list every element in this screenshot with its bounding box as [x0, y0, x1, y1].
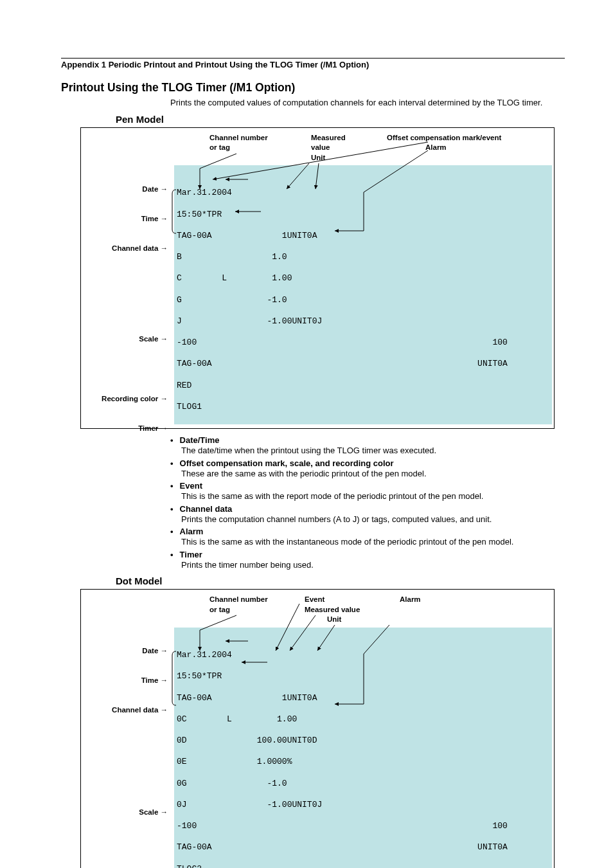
lbl-channel-number: Channel number — [209, 595, 293, 605]
lbl-measured-value: Measured value — [305, 605, 388, 615]
section-title: Printout Using the TLOG Timer (/M1 Optio… — [61, 81, 565, 95]
mono-l9: -100 100 — [177, 821, 508, 831]
lbl-date: Date → — [84, 185, 168, 195]
mono-l2: 15:50*TPR — [177, 210, 222, 219]
mono-l11: TLOG1 — [177, 402, 202, 411]
lbl-event: Event — [305, 595, 388, 605]
lbl-value: value — [311, 143, 362, 153]
note-term: Timer — [170, 550, 202, 559]
dot-diagram: Channel number or tag Event Measured val… — [80, 589, 555, 868]
lbl-alarm: Alarm — [400, 595, 451, 605]
mono-l11: TLOG2 — [177, 864, 202, 868]
note-def: This is the same as with the instantaneo… — [181, 536, 565, 548]
note-def: These are the same as with the periodic … — [181, 468, 565, 480]
lbl-unit: Unit — [327, 615, 388, 625]
note-def: Prints the timer number being used. — [181, 559, 565, 571]
lbl-time: Time → — [84, 214, 168, 225]
dot-mono-block: Date → Time → Channel data → Scale → Tim… — [174, 628, 552, 868]
section-intro: Prints the computed values of computatio… — [170, 97, 565, 109]
mono-l1: Mar.31.2004 — [177, 188, 232, 197]
mono-l7: 0G -1.0 — [177, 779, 287, 788]
lbl-date: Date → — [84, 646, 168, 657]
lbl-channel-data: Channel data → — [84, 244, 168, 255]
mono-l7: J -1.00UNIT0J — [177, 316, 322, 326]
mono-l4: B 1.0 — [177, 252, 287, 262]
lbl-scale: Scale → — [84, 334, 168, 345]
lbl-channel-number: Channel number — [209, 133, 299, 143]
note-def: This is the same as with the report mode… — [181, 491, 565, 502]
mono-l10: RED — [177, 381, 191, 390]
lbl-time: Time → — [84, 676, 168, 687]
lbl-alarm: Alarm — [425, 143, 535, 153]
header-rule — [61, 58, 565, 59]
lbl-scale: Scale → — [84, 808, 168, 818]
mono-l10: TAG-00A UNIT0A — [177, 842, 508, 852]
pen-diagram: Channel number or tag Measured value Uni… — [80, 127, 555, 429]
pen-notes: Date/TimeThe date/time when the printout… — [170, 435, 565, 570]
lbl-unit: Unit — [311, 153, 362, 163]
mono-l8: -100 100 — [177, 338, 508, 347]
lbl-or-tag: or tag — [209, 143, 299, 153]
mono-l3: TAG-00A 1UNIT0A — [177, 231, 317, 240]
mono-l2: 15:50*TPR — [177, 671, 222, 681]
note-term: Offset compensation mark, scale, and rec… — [170, 458, 394, 468]
lbl-timer: Timer → — [84, 424, 168, 435]
dot-heading: Dot Model — [116, 575, 565, 586]
pen-mono-block: Date → Time → Channel data → Scale → Rec… — [174, 165, 552, 424]
lbl-measured: Measured — [311, 133, 362, 143]
lbl-or-tag: or tag — [209, 605, 293, 615]
mono-l5: 0D 100.00UNIT0D — [177, 736, 317, 745]
note-def: The date/time when the printout using th… — [181, 445, 565, 457]
note-def: Prints the computation channel numbers (… — [181, 514, 565, 525]
lbl-channel-data: Channel data → — [84, 705, 168, 716]
mono-l3: TAG-00A 1UNIT0A — [177, 693, 317, 703]
mono-l8: 0J -1.00UNIT0J — [177, 800, 322, 809]
mono-l4: 0C L 1.00 — [177, 714, 297, 724]
mono-l9: TAG-00A UNIT0A — [177, 359, 508, 368]
mono-l1: Mar.31.2004 — [177, 650, 232, 660]
note-term: Date/Time — [170, 435, 219, 445]
lbl-offset-comp: Offset compensation mark/event — [387, 133, 535, 143]
note-term: Event — [170, 481, 202, 491]
note-term: Alarm — [170, 527, 203, 536]
mono-l6: G -1.0 — [177, 295, 287, 305]
pen-heading: Pen Model — [116, 114, 565, 125]
mono-l5: C L 1.00 — [177, 273, 292, 283]
note-term: Channel data — [170, 504, 232, 514]
mono-l6: 0E 1.0000% — [177, 757, 292, 766]
lbl-recording-color: Recording color → — [84, 394, 168, 405]
header-appendix-title: Appendix 1 Periodic Printout and Printou… — [61, 60, 565, 69]
